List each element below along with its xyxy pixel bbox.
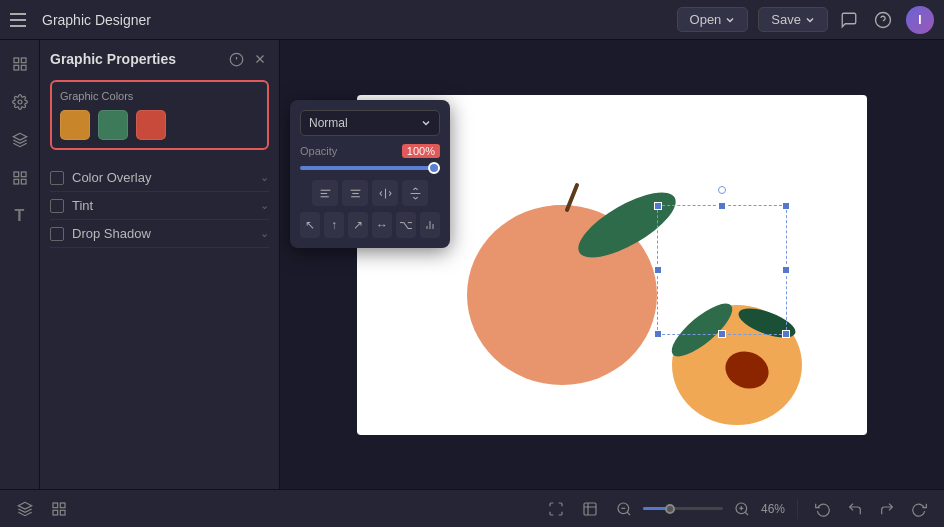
svg-rect-9 [21,172,26,177]
align-top-left-icon[interactable]: ↖ [300,212,320,238]
topbar: Graphic Designer Open Save I [0,0,944,40]
color-swatches [60,110,259,140]
align-top-right-icon[interactable]: ↗ [348,212,368,238]
drop-shadow-label: Drop Shadow [72,226,260,241]
menu-button[interactable] [10,9,32,31]
color-overlay-label: Color Overlay [72,170,260,185]
effect-row-drop-shadow[interactable]: Drop Shadow ⌄ [50,220,269,248]
blend-mode-select[interactable]: Normal [300,110,440,136]
zoom-value: 46% [761,502,785,516]
svg-rect-35 [53,503,58,508]
help-icon[interactable] [872,9,894,31]
svg-rect-36 [60,503,65,508]
svg-rect-11 [21,179,26,184]
refresh-icon[interactable] [906,496,932,522]
zoom-in-icon[interactable] [729,496,755,522]
opacity-value: 100% [402,144,440,158]
color-overlay-checkbox[interactable] [50,171,64,185]
layers-bottom-icon[interactable] [12,496,38,522]
toolbar-icons-row-1 [300,180,440,206]
icon-rail: T [0,40,40,489]
fullscreen-icon[interactable] [543,496,569,522]
opacity-label: Opacity [300,145,396,157]
grid-bottom-icon[interactable] [46,496,72,522]
undo-icon[interactable] [842,496,868,522]
toolbar-icons-row-2: ↖ ↑ ↗ ↔ ⌥ [300,212,440,238]
svg-rect-5 [21,65,26,70]
settings-icon[interactable] [4,86,36,118]
bottombar: 46% [0,489,944,527]
side-panel: Graphic Properties [40,40,280,489]
tint-label: Tint [72,198,260,213]
svg-rect-4 [14,65,19,70]
graphic-colors-label: Graphic Colors [60,90,259,102]
float-toolbar: Normal Opacity 100% [290,100,450,248]
info-icon[interactable] [227,50,245,68]
color-swatch-1[interactable] [60,110,90,140]
svg-rect-3 [21,58,26,63]
grid-icon[interactable] [4,162,36,194]
history-icon[interactable] [810,496,836,522]
svg-rect-37 [53,510,58,515]
chat-icon[interactable] [838,9,860,31]
svg-point-6 [18,100,22,104]
main-content: T Graphic Properties [0,40,944,489]
svg-rect-38 [60,510,65,515]
chart-icon[interactable] [420,212,440,238]
align-middle-icon[interactable]: ↔ [372,212,392,238]
svg-rect-10 [14,179,19,184]
distribute-icon[interactable]: ⌥ [396,212,416,238]
color-swatch-2[interactable] [98,110,128,140]
zoom-area: 46% [611,496,785,522]
effect-row-tint[interactable]: Tint ⌄ [50,192,269,220]
svg-line-41 [627,512,630,515]
layers-icon[interactable] [4,124,36,156]
panel-header: Graphic Properties [50,50,269,68]
svg-marker-7 [13,133,26,140]
zoom-slider[interactable] [643,507,723,510]
open-button[interactable]: Open [677,7,749,32]
drop-shadow-chevron: ⌄ [260,227,269,240]
text-icon[interactable]: T [4,200,36,232]
svg-rect-2 [14,58,19,63]
user-avatar[interactable]: I [906,6,934,34]
app-title: Graphic Designer [42,12,151,28]
shapes-icon[interactable] [4,48,36,80]
svg-line-44 [745,512,748,515]
fit-icon[interactable] [577,496,603,522]
save-button[interactable]: Save [758,7,828,32]
effect-row-color-overlay[interactable]: Color Overlay ⌄ [50,164,269,192]
color-overlay-chevron: ⌄ [260,171,269,184]
flip-vertical-icon[interactable] [402,180,428,206]
close-icon[interactable] [251,50,269,68]
canvas-area: Normal Opacity 100% [280,40,944,489]
tint-checkbox[interactable] [50,199,64,213]
panel-title: Graphic Properties [50,51,221,67]
color-swatch-3[interactable] [136,110,166,140]
align-left-icon[interactable] [312,180,338,206]
svg-rect-39 [584,503,596,515]
opacity-row: Opacity 100% [300,144,440,158]
flip-horizontal-icon[interactable] [372,180,398,206]
graphic-colors-box: Graphic Colors [50,80,269,150]
drop-shadow-checkbox[interactable] [50,227,64,241]
svg-point-0 [876,12,891,27]
svg-marker-34 [18,502,31,509]
align-top-center-icon[interactable]: ↑ [324,212,344,238]
bottom-right-icons [810,496,932,522]
topbar-icons: I [838,6,934,34]
svg-rect-8 [14,172,19,177]
align-center-icon[interactable] [342,180,368,206]
opacity-slider[interactable] [300,166,440,170]
zoom-out-icon[interactable] [611,496,637,522]
redo-icon[interactable] [874,496,900,522]
effects-list: Color Overlay ⌄ Tint ⌄ Drop Shadow ⌄ [50,164,269,248]
tint-chevron: ⌄ [260,199,269,212]
